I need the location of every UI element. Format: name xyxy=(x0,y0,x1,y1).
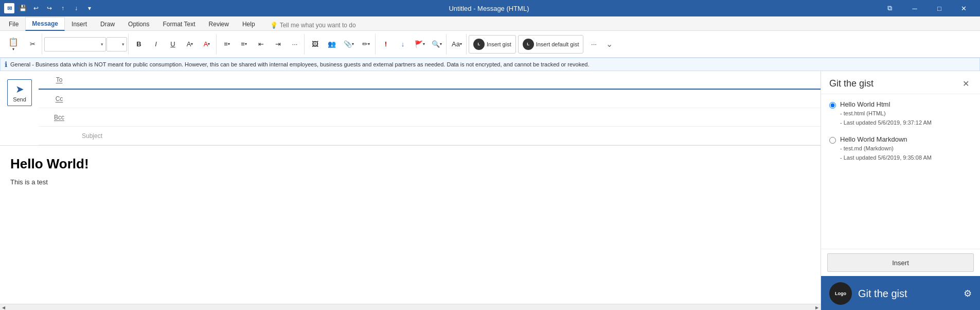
flag-btn[interactable]: 🚩▾ xyxy=(412,36,428,53)
gist-radio-2[interactable] xyxy=(829,137,836,144)
styles-group: Aa▾ xyxy=(448,34,467,55)
underline-btn[interactable]: U xyxy=(165,36,181,53)
insert-default-gist-btn[interactable]: L Insert default gist xyxy=(518,35,584,54)
plugin-more-btn[interactable]: ··· xyxy=(585,36,602,53)
undo-qa-btn[interactable]: ↩ xyxy=(30,2,42,14)
close-btn[interactable]: ✕ xyxy=(952,0,976,16)
cc-field-row: Cc xyxy=(39,90,821,108)
app-icon: ✉ xyxy=(4,3,14,13)
toolbar: 📋 ▾ ✂ ▾ ▾ B I U A▾ A▾ ≡▾ ≡▾ xyxy=(0,31,980,58)
font-color-btn[interactable]: A▾ xyxy=(199,36,215,53)
tab-help[interactable]: Help xyxy=(236,17,262,31)
panel-close-btn[interactable]: ✕ xyxy=(959,77,972,90)
font-size-arrow: ▾ xyxy=(122,42,124,47)
numbering-btn[interactable]: ≡▾ xyxy=(236,36,252,53)
bullets-btn[interactable]: ≡▾ xyxy=(219,36,235,53)
low-importance-btn[interactable]: ↓ xyxy=(395,36,411,53)
gist-file-1: - test.html (HTML) xyxy=(840,109,972,118)
attach-btn[interactable]: 📎▾ xyxy=(341,36,357,53)
ribbon-tabs: File Message Insert Draw Options Format … xyxy=(0,16,980,31)
font-family-arrow: ▾ xyxy=(101,42,103,47)
highlight-btn[interactable]: A▾ xyxy=(182,36,198,53)
gist-radio-1[interactable] xyxy=(829,102,836,109)
send-button[interactable]: ➤ Send xyxy=(4,75,35,110)
gist-list: Hello World Html - test.html (HTML) - La… xyxy=(821,94,980,249)
scroll-track[interactable] xyxy=(7,304,813,311)
cc-label: Cc xyxy=(39,91,80,107)
info-text: General - Business data which is NOT mea… xyxy=(10,61,589,67)
title-bar-left: ✉ 💾 ↩ ↪ ↑ ↓ ▾ xyxy=(4,2,100,14)
tab-review[interactable]: Review xyxy=(202,17,236,31)
email-heading: Hello World! xyxy=(10,156,810,172)
picture-btn[interactable]: 🖼 xyxy=(307,36,323,53)
insert-gist-btn[interactable]: L Insert gist xyxy=(469,35,516,54)
flag-icon: 🚩 xyxy=(415,40,423,48)
styles-btn[interactable]: Aa▾ xyxy=(449,36,465,53)
tell-me-input[interactable] xyxy=(280,22,372,29)
low-importance-icon: ↓ xyxy=(401,40,405,48)
tab-message[interactable]: Message xyxy=(25,17,65,31)
cc-input[interactable] xyxy=(80,91,821,107)
up-qa-btn[interactable]: ↑ xyxy=(57,2,69,14)
email-compose-area: ➤ Send To Cc Bcc Subject xyxy=(0,71,821,310)
email-body[interactable]: Hello World! This is a test xyxy=(0,146,821,304)
insert-default-gist-label: Insert default gist xyxy=(536,41,579,47)
info-bar: ℹ General - Business data which is NOT m… xyxy=(0,58,980,71)
gist-updated-2: - Last updated 5/6/2019, 9:35:08 AM xyxy=(840,153,972,163)
insert-gist-action-btn[interactable]: Insert xyxy=(827,253,974,272)
bullets-icon: ≡ xyxy=(224,40,228,48)
gist-updated-1: - Last updated 5/6/2019, 9:37:12 AM xyxy=(840,118,972,128)
scroll-right-btn[interactable]: ▶ xyxy=(813,304,821,311)
font-size-dropdown[interactable]: ▾ xyxy=(106,37,127,51)
decrease-indent-btn[interactable]: ⇤ xyxy=(253,36,269,53)
gist-file-2: - test.md (Markdown) xyxy=(840,144,972,153)
to-input[interactable] xyxy=(80,72,821,88)
send-label: Send xyxy=(13,96,26,102)
decrease-indent-icon: ⇤ xyxy=(258,40,264,48)
tab-options[interactable]: Options xyxy=(121,17,156,31)
more-formatting-btn[interactable]: ··· xyxy=(287,36,303,53)
paste-btn[interactable]: 📋 ▾ xyxy=(3,36,24,53)
panel-title: Git the gist xyxy=(829,78,874,89)
paperclip-icon: 📎 xyxy=(344,40,352,48)
list-group: ≡▾ ≡▾ ⇤ ⇥ ··· xyxy=(218,34,305,55)
more-qa-btn[interactable]: ▾ xyxy=(83,2,96,14)
signature-btn[interactable]: ✏▾ xyxy=(358,36,374,53)
ribbon-collapse-btn[interactable]: ⌄ xyxy=(606,39,613,49)
scroll-left-btn[interactable]: ◀ xyxy=(0,304,7,311)
gist-info-1: Hello World Html - test.html (HTML) - La… xyxy=(840,100,972,127)
maximize-btn[interactable]: □ xyxy=(928,0,951,16)
subject-input[interactable] xyxy=(104,128,821,144)
send-icon: ➤ xyxy=(15,83,24,95)
tab-insert[interactable]: Insert xyxy=(65,17,94,31)
settings-gear-btn[interactable]: ⚙ xyxy=(964,288,972,299)
minimize-btn[interactable]: ─ xyxy=(903,0,926,16)
panel-footer: Logo Git the gist ⚙ xyxy=(821,276,980,310)
restore-btn[interactable]: ⧉ xyxy=(878,0,902,16)
main-layout: ➤ Send To Cc Bcc Subject xyxy=(0,71,980,310)
high-importance-btn[interactable]: ! xyxy=(378,36,394,53)
zoom-btn[interactable]: 🔍▾ xyxy=(429,36,445,53)
bold-btn[interactable]: B xyxy=(131,36,147,53)
cut-btn[interactable]: ✂ xyxy=(24,36,41,53)
horizontal-scrollbar[interactable]: ◀ ▶ xyxy=(0,304,821,310)
formatting-group: B I U A▾ A▾ xyxy=(130,34,217,55)
tell-me-box[interactable]: 💡 xyxy=(270,22,372,29)
down-qa-btn[interactable]: ↓ xyxy=(70,2,82,14)
footer-title: Git the gist xyxy=(858,288,907,300)
address-book-btn[interactable]: 👥 xyxy=(324,36,340,53)
redo-qa-btn[interactable]: ↪ xyxy=(43,2,56,14)
insert-default-gist-logo: L xyxy=(523,39,534,50)
bcc-input[interactable] xyxy=(80,110,821,125)
tab-format-text[interactable]: Format Text xyxy=(156,17,202,31)
tab-file[interactable]: File xyxy=(2,17,25,31)
footer-logo-text: Logo xyxy=(835,291,846,296)
font-color-icon: A xyxy=(204,40,208,48)
increase-indent-btn[interactable]: ⇥ xyxy=(270,36,286,53)
panel-header: Git the gist ✕ xyxy=(821,71,980,94)
tab-draw[interactable]: Draw xyxy=(94,17,121,31)
save-qa-btn[interactable]: 💾 xyxy=(16,2,29,14)
font-family-dropdown[interactable]: ▾ xyxy=(44,37,106,51)
git-the-gist-panel: Git the gist ✕ Hello World Html - test.h… xyxy=(821,71,980,310)
italic-btn[interactable]: I xyxy=(148,36,164,53)
